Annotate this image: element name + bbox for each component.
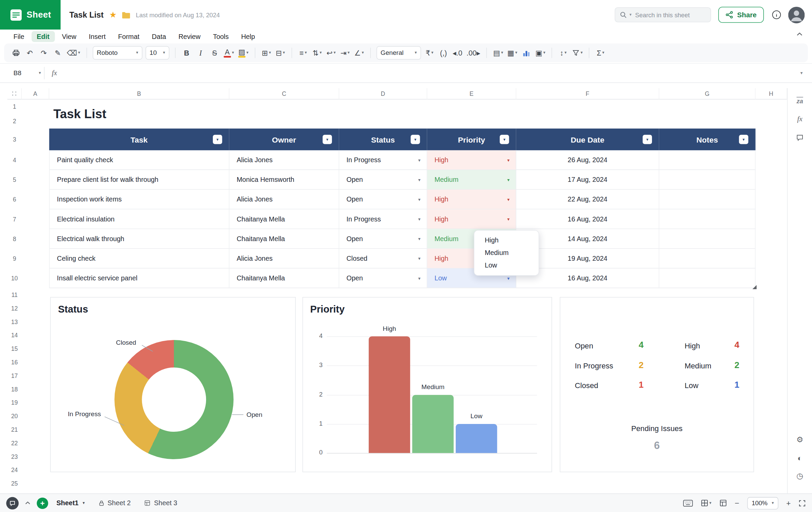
filter-icon[interactable]: ▾ (739, 135, 748, 144)
filter-icon[interactable]: ▾ (213, 135, 222, 144)
functions-button[interactable]: Σ▾ (594, 46, 607, 60)
filter-button[interactable]: ▾ (571, 46, 584, 60)
cell-owner[interactable]: Monica Hemsworth (229, 170, 339, 189)
dropdown-option-high[interactable]: High (474, 234, 539, 247)
column-header-F[interactable]: F (516, 88, 659, 100)
menu-item-edit[interactable]: Edit (31, 31, 54, 42)
document-title[interactable]: Task List (69, 10, 104, 20)
cell-owner[interactable]: Chaitanya Mella (229, 229, 339, 249)
row-header-20[interactable]: 20 (7, 409, 22, 423)
cell-notes[interactable] (659, 150, 755, 170)
decrease-decimal-button[interactable]: ◂.0 (451, 46, 464, 60)
keyboard-shortcuts-icon[interactable] (683, 499, 693, 507)
image-button[interactable]: ▣▾ (534, 46, 547, 60)
row-header-11[interactable]: 11 (7, 288, 22, 302)
row-header-15[interactable]: 15 (7, 342, 22, 356)
sheet-tab-sheet-2[interactable]: Sheet 2 (98, 499, 131, 507)
filter-icon[interactable]: ▾ (411, 135, 420, 144)
menu-item-tools[interactable]: Tools (208, 31, 234, 42)
filter-icon[interactable]: ▾ (323, 135, 332, 144)
select-all-corner[interactable] (7, 88, 22, 100)
cell-notes[interactable] (659, 190, 755, 209)
row-header-22[interactable]: 22 (7, 436, 22, 450)
comma-format-button[interactable]: (,) (437, 46, 450, 60)
text-rotate-button[interactable]: ∠▾ (353, 46, 365, 60)
sheet-tab-sheet1[interactable]: Sheet1▾ (57, 499, 85, 507)
info-icon[interactable] (772, 10, 782, 20)
sheet-view-button[interactable] (719, 499, 727, 507)
row-header-10[interactable]: 10 (7, 269, 22, 288)
print-button[interactable] (9, 46, 22, 60)
sort-button[interactable]: ↕▾ (557, 46, 570, 60)
row-header-25[interactable]: 25 (7, 477, 22, 490)
table-resize-handle[interactable] (752, 285, 757, 289)
cell-status[interactable]: Open▾ (339, 269, 427, 288)
version-history-icon[interactable]: ◷ (793, 469, 807, 483)
user-avatar[interactable] (788, 6, 805, 23)
cell-priority[interactable]: Medium▾ (427, 170, 516, 189)
row-header-6[interactable]: 6 (7, 190, 22, 209)
font-family-select[interactable]: Roboto▾ (93, 46, 142, 60)
sheet-canvas[interactable]: Task List Task▾Owner▾Status▾Priority▾Due… (22, 100, 787, 493)
redo-button[interactable]: ↷ (37, 46, 50, 60)
cell-status[interactable]: Closed▾ (339, 249, 427, 268)
column-header-B[interactable]: B (49, 88, 229, 100)
text-wrap-button[interactable]: ↩▾ (324, 46, 337, 60)
row-header-18[interactable]: 18 (7, 383, 22, 396)
row-header-5[interactable]: 5 (7, 170, 22, 190)
row-header-23[interactable]: 23 (7, 450, 22, 464)
menu-item-review[interactable]: Review (173, 31, 206, 42)
row-header-2[interactable]: 2 (7, 114, 22, 129)
sheet-tab-sheet-3[interactable]: Sheet 3 (144, 499, 177, 507)
row-header-19[interactable]: 19 (7, 396, 22, 409)
share-button[interactable]: Share (719, 7, 764, 23)
increase-decimal-button[interactable]: .00▸ (465, 46, 482, 60)
column-header-E[interactable]: E (427, 88, 516, 100)
insert-function-icon[interactable]: fx (793, 112, 807, 126)
cell-status[interactable]: Open▾ (339, 190, 427, 209)
cell-owner[interactable]: Alicia Jones (229, 150, 339, 170)
align-horizontal-button[interactable]: ≡▾ (297, 46, 310, 60)
font-size-select[interactable]: 10▾ (145, 46, 169, 60)
row-header-24[interactable]: 24 (7, 463, 22, 477)
currency-format-button[interactable]: ₹▾ (423, 46, 436, 60)
number-format-select[interactable]: General▾ (377, 46, 421, 60)
undo-button[interactable]: ↶ (23, 46, 36, 60)
menu-item-data[interactable]: Data (146, 31, 171, 42)
cell-owner[interactable]: Alicia Jones (229, 249, 339, 268)
cell-notes[interactable] (659, 170, 755, 189)
dropdown-option-low[interactable]: Low (474, 259, 539, 272)
cell-priority[interactable]: High▾ (427, 150, 516, 170)
display-theme-icon[interactable]: ◐ (793, 451, 807, 465)
fullscreen-button[interactable] (798, 499, 806, 507)
menu-item-help[interactable]: Help (236, 31, 260, 42)
cell-task[interactable]: Electrical walk through (49, 229, 229, 249)
row-header-14[interactable]: 14 (7, 328, 22, 342)
add-sheet-button[interactable]: + (37, 497, 48, 509)
fill-color-button[interactable]: ▨▾ (236, 46, 250, 60)
row-header-8[interactable]: 8 (7, 229, 22, 249)
cell-owner[interactable]: Alicia Jones (229, 190, 339, 209)
row-header-17[interactable]: 17 (7, 369, 22, 383)
cell-priority[interactable]: High▾ (427, 209, 516, 229)
row-header-7[interactable]: 7 (7, 209, 22, 229)
merge-cells-button[interactable]: ⊟▾ (274, 46, 287, 60)
cell-task[interactable]: Insall electric service panel (49, 269, 229, 288)
strikethrough-button[interactable]: S (208, 46, 221, 60)
row-header-16[interactable]: 16 (7, 356, 22, 369)
column-header-G[interactable]: G (659, 88, 755, 100)
cell-notes[interactable] (659, 269, 755, 288)
search-box[interactable]: ▾ (615, 7, 712, 22)
cell-task[interactable]: Electrical insulation (49, 209, 229, 229)
menu-item-insert[interactable]: Insert (84, 31, 111, 42)
comments-button[interactable] (6, 497, 19, 509)
cell-status[interactable]: In Progress▾ (339, 150, 427, 170)
row-header-13[interactable]: 13 (7, 315, 22, 329)
borders-button[interactable]: ⊞▾ (260, 46, 273, 60)
filter-icon[interactable]: ▾ (642, 135, 652, 144)
search-input[interactable] (634, 10, 706, 19)
zoom-select[interactable]: 100% ▾ (747, 497, 779, 509)
cell-due-date[interactable]: 17 Aug, 2024 (516, 170, 659, 189)
cell-due-date[interactable]: 26 Aug, 2024 (516, 150, 659, 170)
cell-notes[interactable] (659, 249, 755, 268)
